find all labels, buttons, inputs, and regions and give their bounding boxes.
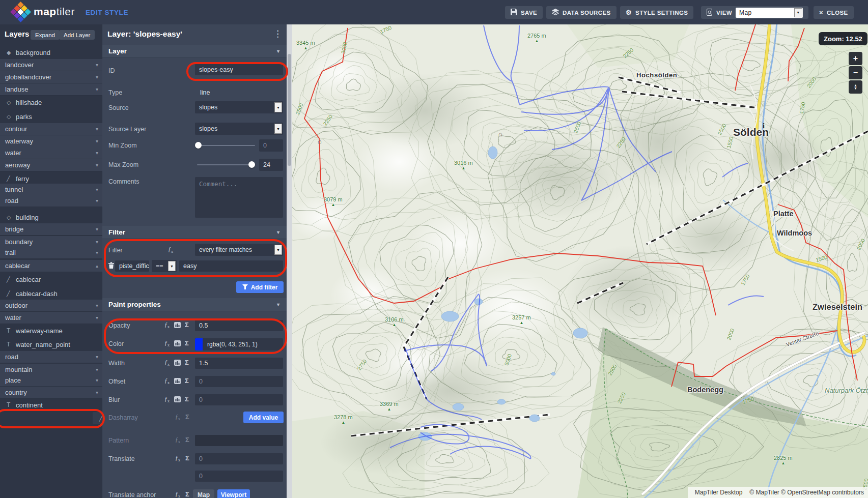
sidebar-item-bridge[interactable]: bridge▾ xyxy=(0,223,102,236)
width-input[interactable] xyxy=(195,358,283,369)
sidebar-item-landcover[interactable]: landcover▾ xyxy=(0,59,102,71)
add-value-button[interactable]: Add value xyxy=(243,412,284,423)
anchor-viewport-button[interactable]: Viewport xyxy=(217,489,250,498)
zoom-out-button[interactable]: − xyxy=(849,66,862,79)
section-layer[interactable]: Layer ▾ xyxy=(102,45,287,58)
sidebar-item-globallandcover[interactable]: globallandcover▾ xyxy=(0,71,102,83)
sidebar-item-ferry[interactable]: ╱ferry xyxy=(0,172,102,185)
sidebar-item-trail[interactable]: trail▾ xyxy=(0,247,102,259)
sidebar-item-hillshade[interactable]: ◇hillshade xyxy=(0,96,102,108)
sidebar-item-road[interactable]: road▾ xyxy=(0,195,102,207)
sigma-icon[interactable]: Σ xyxy=(185,395,189,403)
blur-input[interactable] xyxy=(195,394,283,405)
sidebar-item-water_name_point[interactable]: Twater_name_point xyxy=(0,338,102,350)
sidebar-item-water[interactable]: water▾ xyxy=(0,312,102,324)
function-icon[interactable]: ƒx xyxy=(175,413,180,421)
max-zoom-value[interactable]: 24 xyxy=(259,159,283,171)
sidebar-item-continent[interactable]: Tcontinent xyxy=(0,399,102,411)
expand-button[interactable]: Expand xyxy=(31,30,60,40)
style-settings-button[interactable]: ⚙ STYLE SETTINGS xyxy=(620,6,693,19)
comments-label: Comments xyxy=(108,178,139,185)
filter-field-input[interactable] xyxy=(115,260,149,272)
zoom-function-icon[interactable] xyxy=(174,395,181,404)
translate-y-input[interactable] xyxy=(195,471,283,482)
pattern-input[interactable] xyxy=(195,435,283,446)
kebab-menu-icon[interactable]: ⋮ xyxy=(270,27,285,40)
sidebar-item-country[interactable]: country▾ xyxy=(0,387,102,399)
tilt-control-button[interactable]: ▲▼ xyxy=(849,80,862,94)
translate-x-input[interactable] xyxy=(195,453,283,464)
min-zoom-knob[interactable] xyxy=(195,142,202,149)
sidebar-item-cablecar[interactable]: ╱cablecar xyxy=(0,273,102,285)
sidebar-item-waterway-name[interactable]: Twaterway-name xyxy=(0,325,102,337)
color-swatch[interactable] xyxy=(195,338,203,350)
map-canvas[interactable]: HochsöldenSöldenPlatteWildmoosZwieselste… xyxy=(292,24,868,498)
zoom-function-icon[interactable] xyxy=(174,321,181,330)
max-zoom-knob[interactable] xyxy=(248,161,255,168)
function-icon[interactable]: ƒx xyxy=(164,339,170,347)
sigma-icon[interactable]: Σ xyxy=(185,377,189,385)
filter-value-input[interactable] xyxy=(179,260,283,272)
color-input[interactable]: rgba(0, 43, 251, 1) xyxy=(195,338,283,350)
sidebar-item-background[interactable]: ◆background xyxy=(0,46,102,58)
sigma-icon[interactable]: Σ xyxy=(185,490,189,498)
filter-operator-select[interactable]: == ▼ xyxy=(152,260,177,272)
sidebar-item-parks[interactable]: ◇parks xyxy=(0,110,102,123)
offset-input[interactable] xyxy=(195,376,283,387)
add-layer-button[interactable]: Add Layer xyxy=(59,30,95,40)
function-icon[interactable]: ƒx xyxy=(175,490,180,498)
function-icon[interactable]: ƒx xyxy=(168,246,173,254)
anchor-map-button[interactable]: Map xyxy=(193,489,214,498)
source-layer-select[interactable]: slopes ▼ xyxy=(195,123,283,135)
min-zoom-track[interactable] xyxy=(197,145,255,146)
save-button[interactable]: SAVE xyxy=(505,6,543,19)
section-paint-properties[interactable]: Paint properties ▾ xyxy=(102,298,287,311)
sidebar-item-cablecar-dash[interactable]: ╱cablecar-dash xyxy=(0,287,102,300)
sigma-icon[interactable]: Σ xyxy=(185,436,189,444)
sidebar-item-place[interactable]: place▾ xyxy=(0,374,102,387)
sigma-icon[interactable]: Σ xyxy=(185,359,189,366)
function-icon[interactable]: ƒx xyxy=(175,454,180,462)
sidebar-item-water[interactable]: water▾ xyxy=(0,147,102,159)
contour-label: 3000 xyxy=(503,353,513,366)
function-icon[interactable]: ƒx xyxy=(175,436,180,444)
delete-filter-icon[interactable] xyxy=(108,261,114,271)
function-icon[interactable]: ƒx xyxy=(164,377,170,385)
zoom-function-icon[interactable] xyxy=(174,359,181,368)
sigma-icon[interactable]: Σ xyxy=(185,454,189,462)
opacity-input[interactable] xyxy=(195,320,283,331)
source-select[interactable]: slopes ▼ xyxy=(195,101,283,113)
sidebar-item-outdoor[interactable]: outdoor▾ xyxy=(0,300,102,312)
sidebar-item-waterway[interactable]: waterway▾ xyxy=(0,135,102,148)
sidebar-item-cablecar[interactable]: cablecar▴ xyxy=(0,260,102,272)
min-zoom-value[interactable]: 0 xyxy=(259,139,283,152)
function-icon[interactable]: ƒx xyxy=(164,359,170,367)
sigma-icon[interactable]: Σ xyxy=(185,339,189,347)
max-zoom-track[interactable] xyxy=(197,164,255,165)
sidebar-item-building[interactable]: ◇building xyxy=(0,211,102,223)
sigma-icon[interactable]: Σ xyxy=(185,413,189,421)
function-icon[interactable]: ƒx xyxy=(164,321,170,329)
panel-scrollbar[interactable] xyxy=(287,24,292,498)
comments-textarea[interactable] xyxy=(195,177,283,218)
sidebar-item-road[interactable]: road▾ xyxy=(0,351,102,363)
sidebar-item-aeroway[interactable]: aeroway▾ xyxy=(0,159,102,171)
scrollbar-thumb[interactable] xyxy=(288,54,291,166)
sigma-icon[interactable]: Σ xyxy=(185,321,189,329)
maptiler-logo-icon[interactable] xyxy=(10,2,31,22)
section-filter[interactable]: Filter ▾ xyxy=(102,226,287,239)
sidebar-item-landuse[interactable]: landuse▾ xyxy=(0,83,102,96)
zoom-in-button[interactable]: + xyxy=(849,52,862,65)
view-mode-select[interactable]: Map ▼ xyxy=(736,8,803,18)
id-input[interactable] xyxy=(195,64,283,75)
data-sources-button[interactable]: DATA SOURCES xyxy=(546,6,617,19)
sidebar-item-contour[interactable]: contour▾ xyxy=(0,123,102,135)
zoom-function-icon[interactable] xyxy=(174,377,181,386)
sidebar-item-tunnel[interactable]: tunnel▾ xyxy=(0,184,102,196)
add-filter-button[interactable]: Add filter xyxy=(236,281,284,293)
zoom-function-icon[interactable] xyxy=(174,339,181,348)
filter-match-select[interactable]: every filter matches ▼ xyxy=(195,244,283,256)
close-button[interactable]: × CLOSE xyxy=(814,6,854,19)
chevron-down-icon: ▼ xyxy=(274,102,282,112)
function-icon[interactable]: ƒx xyxy=(164,395,170,403)
